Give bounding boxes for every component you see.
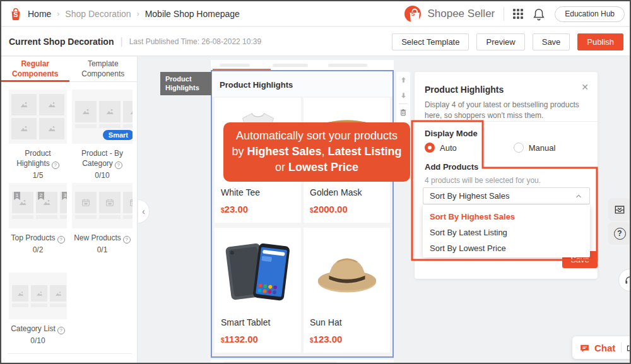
image-placeholder-icon xyxy=(11,94,37,115)
shopee-logo-icon[interactable]: S xyxy=(9,6,23,21)
add-products-hint: 4 products will be selected for you. xyxy=(425,176,541,185)
chat-widget[interactable]: Chat xyxy=(572,336,631,359)
calendar-icon xyxy=(123,192,133,213)
radio-auto[interactable] xyxy=(425,143,435,153)
popout-icon[interactable] xyxy=(625,343,631,353)
preview-clipped-tabs xyxy=(211,60,394,70)
breadcrumb: Home › Shop Decoration › Mobile Shop Hom… xyxy=(28,1,240,26)
move-down-button[interactable] xyxy=(396,88,410,103)
product-image-sun-hat xyxy=(304,228,390,315)
component-top-products[interactable]: 1 2 3 Top Products? 0/2 xyxy=(9,183,67,254)
image-placeholder-icon xyxy=(12,285,28,302)
callout-bubble: Automatically sort your products by High… xyxy=(223,122,410,182)
components-sidebar: Regular Components Template Components P… xyxy=(1,57,138,364)
product-name: White Tee xyxy=(215,185,301,197)
component-new-products[interactable]: New Products? 0/1 xyxy=(72,183,133,254)
rank-badge: 1 xyxy=(14,192,20,200)
select-template-button[interactable]: Select Template xyxy=(392,33,469,50)
radio-manual[interactable] xyxy=(514,143,524,153)
calendar-icon xyxy=(75,192,97,213)
help-icon[interactable]: ? xyxy=(115,161,122,169)
shopee-seller-logo-icon: S xyxy=(404,6,421,22)
component-product-by-category[interactable]: Smart Product - By Category? 0/10 xyxy=(72,90,133,180)
product-name: Smart Tablet xyxy=(215,315,301,327)
sort-by-dropdown-menu: Sort By Highest Sales Sort By Latest Lis… xyxy=(423,205,590,257)
divider xyxy=(504,7,504,21)
help-icon[interactable]: ? xyxy=(57,327,65,334)
product-card[interactable]: Smart Tablet $1132.00 xyxy=(215,228,301,353)
sidebar-collapse-button[interactable]: ‹ xyxy=(138,199,150,223)
support-button[interactable] xyxy=(618,269,631,291)
inbox-icon xyxy=(613,203,626,216)
component-label: Category List? xyxy=(9,324,67,334)
component-label: New Products? xyxy=(72,233,133,244)
headset-icon xyxy=(623,274,631,286)
image-placeholder-icon: 3 xyxy=(60,192,67,213)
move-up-button[interactable] xyxy=(396,72,410,88)
chat-label[interactable]: Chat xyxy=(594,343,615,353)
rank-badge: 2 xyxy=(38,192,44,200)
component-label: Product - By Category? xyxy=(72,148,133,169)
component-count: 1/5 xyxy=(9,171,67,180)
product-name: Golden Mask xyxy=(304,185,390,197)
education-hub-button[interactable]: Education Hub xyxy=(555,6,625,22)
panel-description: Display 4 of your latest or bestselling … xyxy=(425,100,589,122)
image-placeholder-icon xyxy=(39,94,64,115)
image-placeholder-icon: 2 xyxy=(36,192,57,213)
delete-component-button[interactable] xyxy=(396,104,410,120)
image-placeholder-icon xyxy=(11,118,37,139)
breadcrumb-shop-decoration[interactable]: Shop Decoration xyxy=(65,9,131,19)
component-count: 0/10 xyxy=(72,171,133,180)
product-price: $2000.00 xyxy=(310,204,348,215)
dropdown-option-lowest-price[interactable]: Sort By Lowest Price xyxy=(423,240,590,256)
help-icon[interactable]: ? xyxy=(57,236,65,244)
brand-name: Shopee Seller xyxy=(427,8,495,20)
breadcrumb-current-page: Mobile Shop Homepage xyxy=(145,9,240,19)
save-button[interactable]: Save xyxy=(533,33,570,50)
image-placeholder-icon xyxy=(31,285,47,302)
image-placeholder-icon xyxy=(39,118,64,139)
component-product-highlights[interactable]: Product Highlights? 1/5 xyxy=(9,90,67,180)
help-button[interactable]: ? xyxy=(608,222,631,245)
tab-regular-components[interactable]: Regular Components xyxy=(1,57,69,81)
sort-by-select[interactable]: Sort By Highest Sales xyxy=(423,187,590,204)
product-highlights-settings-panel: Product Highlights ✕ Display 4 of your l… xyxy=(415,72,598,279)
calendar-icon xyxy=(99,192,121,213)
decoration-action-bar: Current Shop Decoration | Last Published… xyxy=(1,27,630,56)
divider xyxy=(8,353,132,354)
component-category-list[interactable]: Category List? 0/10 xyxy=(9,273,67,345)
product-image-smart-tablet xyxy=(215,228,301,315)
preview-next-section-clipped xyxy=(211,360,394,364)
product-highlights-component[interactable]: Product Highlights White Tee $23.00 xyxy=(211,70,394,358)
breadcrumb-separator: › xyxy=(57,9,59,18)
display-mode-label: Display Mode xyxy=(425,129,478,138)
image-placeholder-icon xyxy=(50,285,66,302)
radio-auto-label[interactable]: Auto xyxy=(440,143,457,153)
feedback-inbox-button[interactable] xyxy=(608,198,631,221)
image-placeholder-icon xyxy=(75,101,97,122)
help-icon[interactable]: ? xyxy=(52,161,59,169)
component-count: 0/10 xyxy=(9,336,67,345)
tab-template-components[interactable]: Template Components xyxy=(69,57,138,81)
question-icon: ? xyxy=(614,228,626,240)
top-navigation-bar: S Home › Shop Decoration › Mobile Shop H… xyxy=(1,1,630,26)
image-placeholder-icon: 1 xyxy=(12,192,33,213)
radio-manual-label[interactable]: Manual xyxy=(529,143,556,153)
divider xyxy=(621,343,622,353)
breadcrumb-home[interactable]: Home xyxy=(28,9,51,19)
breadcrumb-separator: › xyxy=(137,9,139,18)
publish-button[interactable]: Publish xyxy=(577,33,623,50)
product-price: $23.00 xyxy=(221,204,248,215)
image-placeholder-icon xyxy=(123,101,133,122)
image-placeholder-icon xyxy=(99,101,121,122)
help-icon[interactable]: ? xyxy=(123,236,131,244)
close-icon[interactable]: ✕ xyxy=(581,82,589,92)
preview-button[interactable]: Preview xyxy=(476,33,524,50)
product-price: $1132.00 xyxy=(221,334,258,345)
product-card[interactable]: Sun Hat $123.00 xyxy=(304,228,390,353)
product-name: Sun Hat xyxy=(304,315,390,327)
notification-bell-icon[interactable] xyxy=(532,7,546,21)
dropdown-option-highest-sales[interactable]: Sort By Highest Sales xyxy=(423,209,590,225)
dropdown-option-latest-listing[interactable]: Sort By Latest Listing xyxy=(423,225,590,240)
apps-grid-icon[interactable] xyxy=(513,9,523,19)
